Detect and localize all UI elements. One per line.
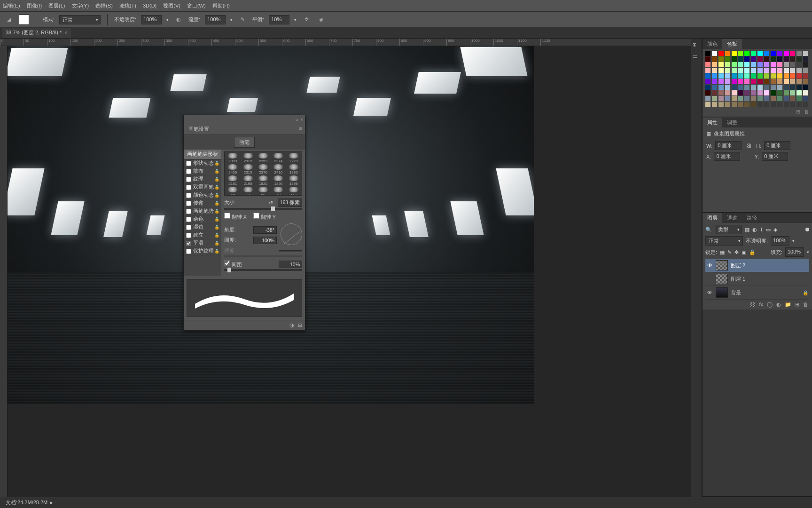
- brush-option-row[interactable]: 平滑🔒: [184, 239, 221, 247]
- color-swatch[interactable]: [784, 85, 789, 90]
- color-swatch[interactable]: [725, 90, 730, 95]
- color-swatch[interactable]: [738, 56, 743, 62]
- color-swatch[interactable]: [777, 62, 782, 67]
- brush-preset-thumb[interactable]: 80: [256, 187, 270, 196]
- color-swatch[interactable]: [744, 68, 750, 73]
- color-swatch[interactable]: [803, 102, 808, 107]
- color-swatch[interactable]: [764, 96, 769, 101]
- color-swatch[interactable]: [718, 90, 724, 95]
- color-swatch[interactable]: [718, 85, 724, 90]
- color-swatch[interactable]: [705, 90, 710, 95]
- color-swatch[interactable]: [712, 62, 717, 67]
- size-slider[interactable]: [224, 208, 302, 210]
- brush-preset-thumb[interactable]: 1856: [271, 175, 285, 186]
- angle-input[interactable]: -38°: [253, 226, 277, 234]
- color-swatch[interactable]: [744, 56, 750, 62]
- color-swatch[interactable]: [777, 56, 782, 62]
- brush-preset-thumb[interactable]: 117: [287, 187, 301, 196]
- visibility-icon[interactable]: 👁: [706, 262, 713, 268]
- color-swatch[interactable]: [718, 73, 724, 79]
- new-layer-icon[interactable]: ⊞: [795, 302, 799, 308]
- color-swatch[interactable]: [790, 56, 795, 62]
- adjustment-icon[interactable]: ◐: [776, 302, 781, 308]
- color-swatch[interactable]: [705, 62, 710, 67]
- blend-mode-dropdown[interactable]: 正常: [705, 236, 743, 246]
- color-swatch[interactable]: [738, 51, 743, 56]
- menu-item[interactable]: 图层(L): [48, 2, 65, 9]
- color-swatch[interactable]: [705, 96, 710, 101]
- layer-name[interactable]: 图层 1: [731, 276, 745, 283]
- brush-preset-thumb[interactable]: 2312: [241, 153, 255, 163]
- color-swatch[interactable]: [744, 85, 750, 90]
- layer-row[interactable]: 👁图层 2: [705, 259, 809, 272]
- brush-option-row[interactable]: 湿边🔒: [184, 223, 221, 231]
- menu-item[interactable]: 图像(I): [27, 2, 42, 9]
- color-swatch[interactable]: [796, 79, 802, 84]
- color-swatch[interactable]: [732, 73, 737, 79]
- tool-preset-icon[interactable]: ◢: [4, 15, 14, 25]
- color-swatch[interactable]: [803, 73, 808, 79]
- blend-mode-dropdown[interactable]: 正常: [59, 15, 101, 24]
- lock-all-icon[interactable]: 🔒: [749, 249, 756, 255]
- symmetry-icon[interactable]: ◉: [316, 15, 327, 25]
- color-swatch[interactable]: [771, 102, 776, 107]
- brush-preset-thumb[interactable]: 2279: [287, 153, 301, 163]
- color-swatch[interactable]: [777, 96, 782, 101]
- color-swatch[interactable]: [732, 51, 737, 56]
- color-swatch[interactable]: [784, 51, 789, 56]
- link-icon[interactable]: ⛓: [746, 143, 751, 149]
- brush-preset-thumb[interactable]: 1880: [287, 164, 301, 175]
- color-swatch[interactable]: [790, 51, 795, 56]
- layer-opacity-input[interactable]: 100%: [771, 236, 789, 246]
- color-swatch[interactable]: [764, 73, 769, 79]
- chevron-down-icon[interactable]: ▾: [166, 17, 169, 22]
- flip-y-checkbox[interactable]: 翻转 Y: [253, 213, 276, 221]
- color-swatch[interactable]: [796, 68, 802, 73]
- color-swatch[interactable]: [790, 73, 795, 79]
- brush-option-row[interactable]: 杂色🔒: [184, 215, 221, 223]
- color-swatch[interactable]: [771, 56, 776, 62]
- lock-artboard-icon[interactable]: ▣: [742, 249, 746, 255]
- color-swatch[interactable]: [764, 90, 769, 95]
- color-swatch[interactable]: [757, 51, 763, 56]
- color-swatch[interactable]: [725, 73, 730, 79]
- color-swatch[interactable]: [712, 102, 717, 107]
- color-swatch[interactable]: [784, 96, 789, 101]
- color-swatch[interactable]: [784, 56, 789, 62]
- brush-option-row[interactable]: 形状动态🔒: [184, 159, 221, 167]
- color-swatch[interactable]: [732, 62, 737, 67]
- color-swatch[interactable]: [751, 85, 756, 90]
- color-swatch[interactable]: [751, 51, 756, 56]
- color-swatch[interactable]: [738, 79, 743, 84]
- brush-option-row[interactable]: 双重画笔🔒: [184, 183, 221, 191]
- color-swatch[interactable]: [784, 90, 789, 95]
- color-swatch[interactable]: [705, 73, 710, 79]
- color-swatch[interactable]: [718, 62, 724, 67]
- new-swatch-icon[interactable]: ⊞: [796, 109, 800, 115]
- filter-kind-icon[interactable]: 🔍: [705, 227, 712, 233]
- color-swatch[interactable]: [712, 90, 717, 95]
- chevron-down-icon[interactable]: ▾: [230, 17, 233, 22]
- color-swatch[interactable]: [751, 62, 756, 67]
- color-swatch[interactable]: [751, 96, 756, 101]
- color-swatch[interactable]: [803, 79, 808, 84]
- swatches-grid[interactable]: [703, 49, 812, 108]
- color-swatch[interactable]: [705, 85, 710, 90]
- chevron-down-icon[interactable]: ▾: [294, 17, 297, 22]
- filter-toggle[interactable]: [805, 228, 809, 231]
- color-swatch[interactable]: [757, 96, 763, 101]
- brush-preset-thumb[interactable]: 2400: [226, 164, 240, 175]
- brush-preset-thumb[interactable]: 2181: [226, 175, 240, 186]
- lock-paint-icon[interactable]: ✎: [727, 249, 732, 255]
- color-swatch[interactable]: [764, 68, 769, 73]
- delete-swatch-icon[interactable]: 🗑: [804, 109, 809, 115]
- brush-option-row[interactable]: 传递🔒: [184, 199, 221, 207]
- color-swatch[interactable]: [718, 96, 724, 101]
- x-input[interactable]: 0 厘米: [714, 152, 740, 161]
- menu-item[interactable]: 编辑(E): [3, 2, 20, 9]
- tab-properties[interactable]: 属性: [703, 118, 722, 127]
- tab-swatches[interactable]: 色板: [722, 39, 742, 49]
- angle-control[interactable]: [281, 223, 302, 245]
- filter-type-icon[interactable]: T: [760, 227, 763, 232]
- color-swatch[interactable]: [751, 73, 756, 79]
